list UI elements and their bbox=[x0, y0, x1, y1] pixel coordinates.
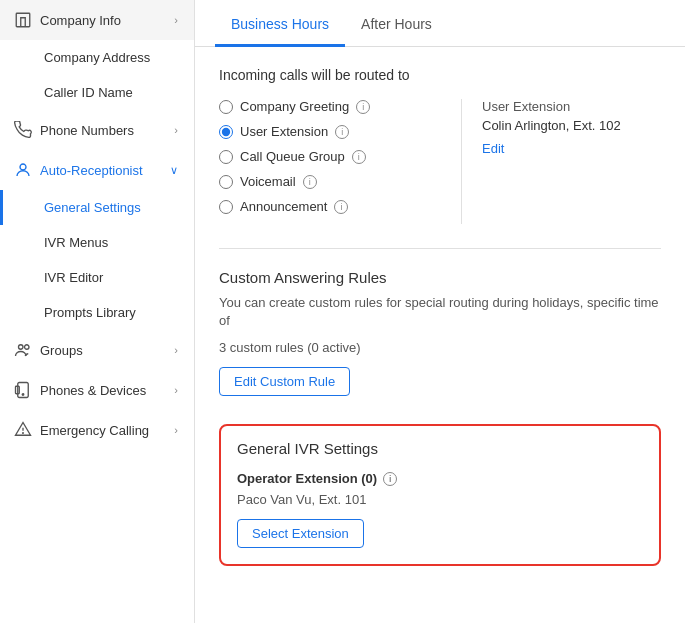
sidebar-item-label: IVR Menus bbox=[44, 235, 108, 250]
info-icon-call-queue[interactable]: i bbox=[352, 150, 366, 164]
building-icon bbox=[12, 11, 34, 29]
routing-radio-options: Company Greeting i User Extension i Call… bbox=[219, 99, 461, 224]
tab-content: Incoming calls will be routed to Company… bbox=[195, 47, 685, 623]
divider-1 bbox=[219, 248, 661, 249]
svg-rect-0 bbox=[16, 13, 30, 27]
routing-label-announcement: Announcement bbox=[240, 199, 327, 214]
sidebar-item-ivr-editor[interactable]: IVR Editor bbox=[0, 260, 194, 295]
routing-info-value: Colin Arlington, Ext. 102 bbox=[482, 118, 661, 133]
svg-point-3 bbox=[25, 345, 30, 350]
sidebar-item-label: Phone Numbers bbox=[40, 123, 174, 138]
sidebar-item-phone-numbers[interactable]: Phone Numbers › bbox=[0, 110, 194, 150]
edit-custom-rule-button[interactable]: Edit Custom Rule bbox=[219, 367, 350, 396]
routing-label-call-queue-group: Call Queue Group bbox=[240, 149, 345, 164]
info-icon-voicemail[interactable]: i bbox=[303, 175, 317, 189]
main-content: Business Hours After Hours Incoming call… bbox=[195, 0, 685, 623]
tab-business-hours[interactable]: Business Hours bbox=[215, 0, 345, 47]
radio-call-queue-group[interactable] bbox=[219, 150, 233, 164]
sidebar-item-emergency-calling[interactable]: Emergency Calling › bbox=[0, 410, 194, 450]
svg-point-8 bbox=[23, 433, 24, 434]
sidebar-item-label: Caller ID Name bbox=[44, 85, 133, 100]
svg-point-2 bbox=[19, 345, 24, 350]
custom-rules-count: 3 custom rules (0 active) bbox=[219, 340, 661, 355]
routing-label-voicemail: Voicemail bbox=[240, 174, 296, 189]
tab-after-hours[interactable]: After Hours bbox=[345, 0, 448, 47]
routing-option-voicemail: Voicemail i bbox=[219, 174, 461, 189]
sidebar-item-label: Groups bbox=[40, 343, 174, 358]
sidebar-item-prompts-library[interactable]: Prompts Library bbox=[0, 295, 194, 330]
emergency-icon bbox=[12, 421, 34, 439]
sidebar-item-label: Phones & Devices bbox=[40, 383, 174, 398]
routing-area: Company Greeting i User Extension i Call… bbox=[219, 99, 661, 224]
radio-voicemail[interactable] bbox=[219, 175, 233, 189]
routing-option-user-extension: User Extension i bbox=[219, 124, 461, 139]
info-icon-announcement[interactable]: i bbox=[334, 200, 348, 214]
routing-label-user-extension: User Extension bbox=[240, 124, 328, 139]
sidebar-item-label: Prompts Library bbox=[44, 305, 136, 320]
info-icon-operator[interactable]: i bbox=[383, 472, 397, 486]
sidebar-item-ivr-menus[interactable]: IVR Menus bbox=[0, 225, 194, 260]
incoming-calls-heading: Incoming calls will be routed to bbox=[219, 67, 661, 83]
sidebar-item-label: General Settings bbox=[44, 200, 141, 215]
sidebar-item-company-info[interactable]: Company Info › bbox=[0, 0, 194, 40]
sidebar-item-label: IVR Editor bbox=[44, 270, 103, 285]
chevron-right-icon: › bbox=[174, 14, 178, 26]
ivr-settings-heading: General IVR Settings bbox=[237, 440, 643, 457]
chevron-right-icon: › bbox=[174, 384, 178, 396]
chevron-right-icon: › bbox=[174, 424, 178, 436]
person-icon bbox=[12, 161, 34, 179]
routing-option-call-queue: Call Queue Group i bbox=[219, 149, 461, 164]
sidebar-item-general-settings[interactable]: General Settings bbox=[0, 190, 194, 225]
chevron-right-icon: › bbox=[174, 124, 178, 136]
radio-company-greeting[interactable] bbox=[219, 100, 233, 114]
custom-rules-description: You can create custom rules for special … bbox=[219, 294, 661, 330]
sidebar-item-label: Auto-Receptionist bbox=[40, 163, 170, 178]
sidebar-item-label: Emergency Calling bbox=[40, 423, 174, 438]
groups-icon bbox=[12, 341, 34, 359]
routing-option-announcement: Announcement i bbox=[219, 199, 461, 214]
info-icon-user-extension[interactable]: i bbox=[335, 125, 349, 139]
ivr-section: General IVR Settings Operator Extension … bbox=[219, 420, 661, 566]
svg-point-1 bbox=[20, 164, 26, 170]
operator-extension-label: Operator Extension (0) i bbox=[237, 471, 643, 486]
sidebar-item-label: Company Address bbox=[44, 50, 150, 65]
routing-info-label: User Extension bbox=[482, 99, 661, 114]
chevron-right-icon: › bbox=[174, 344, 178, 356]
sidebar-item-groups[interactable]: Groups › bbox=[0, 330, 194, 370]
sidebar-item-company-address[interactable]: Company Address bbox=[0, 40, 194, 75]
routing-edit-link[interactable]: Edit bbox=[482, 141, 504, 156]
chevron-down-icon: ∨ bbox=[170, 164, 178, 177]
operator-extension-value: Paco Van Vu, Ext. 101 bbox=[237, 492, 643, 507]
sidebar: Company Info › Company Address Caller ID… bbox=[0, 0, 195, 623]
ivr-highlight-box: General IVR Settings Operator Extension … bbox=[219, 424, 661, 566]
tabs-bar: Business Hours After Hours bbox=[195, 0, 685, 47]
radio-user-extension[interactable] bbox=[219, 125, 233, 139]
sidebar-item-auto-receptionist[interactable]: Auto-Receptionist ∨ bbox=[0, 150, 194, 190]
select-extension-button[interactable]: Select Extension bbox=[237, 519, 364, 548]
routing-option-company-greeting: Company Greeting i bbox=[219, 99, 461, 114]
info-icon-company-greeting[interactable]: i bbox=[356, 100, 370, 114]
sidebar-item-label: Company Info bbox=[40, 13, 174, 28]
custom-rules-heading: Custom Answering Rules bbox=[219, 269, 661, 286]
routing-info-panel: User Extension Colin Arlington, Ext. 102… bbox=[461, 99, 661, 224]
radio-announcement[interactable] bbox=[219, 200, 233, 214]
devices-icon bbox=[12, 381, 34, 399]
routing-label-company-greeting: Company Greeting bbox=[240, 99, 349, 114]
sidebar-item-caller-id-name[interactable]: Caller ID Name bbox=[0, 75, 194, 110]
sidebar-item-phones-devices[interactable]: Phones & Devices › bbox=[0, 370, 194, 410]
svg-point-6 bbox=[22, 394, 24, 396]
phone-icon bbox=[12, 121, 34, 139]
